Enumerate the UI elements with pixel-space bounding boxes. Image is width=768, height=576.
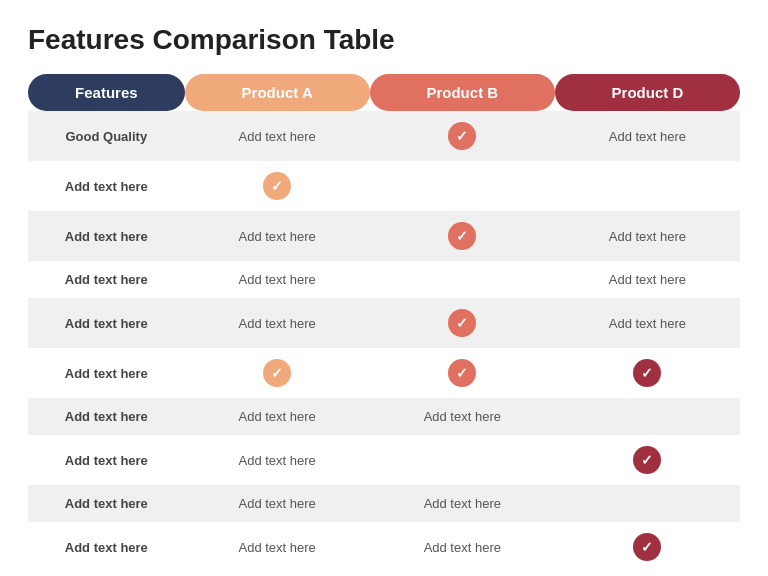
cell-b: ✓ [370,348,555,398]
header-features: Features [28,74,185,111]
table-row: Add text here Add text here ✓ Add text h… [28,211,740,261]
cell-text: Add text here [239,129,316,144]
cell-a: Add text here [185,398,370,435]
check-icon: ✓ [448,359,476,387]
cell-b: Add text here [370,398,555,435]
cell-d: Add text here [555,111,740,161]
feature-label: Add text here [28,261,185,298]
cell-d: ✓ [555,348,740,398]
cell-text: Add text here [609,229,686,244]
table-row: Add text here Add text here Add text her… [28,261,740,298]
cell-text: Add text here [239,229,316,244]
cell-d: ✓ [555,522,740,572]
feature-label: Add text here [28,298,185,348]
cell-b: Add text here [370,522,555,572]
table-row: Add text here ✓ ✓ ✓ [28,348,740,398]
cell-d: ✓ [555,435,740,485]
check-icon: ✓ [263,172,291,200]
cell-text: Add text here [239,540,316,555]
cell-text: Add text here [424,540,501,555]
cell-a: Add text here [185,111,370,161]
cell-a: Add text here [185,435,370,485]
table-row: Add text here Add text here Add text her… [28,485,740,522]
cell-b: ✓ [370,298,555,348]
cell-a: ✓ [185,348,370,398]
cell-text: Add text here [424,496,501,511]
feature-label: Add text here [28,522,185,572]
cell-text: Add text here [239,272,316,287]
header-product-b: Product B [370,74,555,111]
cell-text: Add text here [239,409,316,424]
cell-a: ✓ [185,161,370,211]
cell-b [370,435,555,485]
check-icon: ✓ [448,309,476,337]
table-row: Add text here Add text here Add text her… [28,522,740,572]
table-row: Add text here ✓ [28,161,740,211]
cell-b [370,161,555,211]
cell-text: Add text here [609,129,686,144]
check-icon: ✓ [633,359,661,387]
cell-d [555,398,740,435]
cell-b: ✓ [370,111,555,161]
table-row: Add text here Add text here Add text her… [28,398,740,435]
cell-d: Add text here [555,298,740,348]
cell-a: Add text here [185,298,370,348]
check-icon: ✓ [448,122,476,150]
cell-d: Add text here [555,261,740,298]
page-title: Features Comparison Table [28,24,740,56]
cell-b: ✓ [370,211,555,261]
header-product-a: Product A [185,74,370,111]
feature-label: Add text here [28,485,185,522]
cell-d [555,161,740,211]
check-icon: ✓ [448,222,476,250]
comparison-table: Features Product A Product B Product D G… [28,74,740,572]
cell-b: Add text here [370,485,555,522]
feature-label: Add text here [28,435,185,485]
cell-text: Add text here [239,496,316,511]
cell-text: Add text here [609,272,686,287]
check-icon: ✓ [263,359,291,387]
feature-label: Add text here [28,348,185,398]
cell-d [555,485,740,522]
cell-text: Add text here [239,453,316,468]
cell-text: Add text here [424,409,501,424]
table-row: Add text here Add text here ✓ Add text h… [28,298,740,348]
header-product-d: Product D [555,74,740,111]
feature-label: Good Quality [28,111,185,161]
cell-text: Add text here [239,316,316,331]
cell-d: Add text here [555,211,740,261]
feature-label: Add text here [28,398,185,435]
cell-a: Add text here [185,485,370,522]
check-icon: ✓ [633,446,661,474]
cell-a: Add text here [185,211,370,261]
cell-a: Add text here [185,522,370,572]
cell-a: Add text here [185,261,370,298]
cell-text: Add text here [609,316,686,331]
table-row: Add text here Add text here ✓ [28,435,740,485]
feature-label: Add text here [28,211,185,261]
cell-b [370,261,555,298]
check-icon: ✓ [633,533,661,561]
feature-label: Add text here [28,161,185,211]
table-row: Good Quality Add text here ✓ Add text he… [28,111,740,161]
